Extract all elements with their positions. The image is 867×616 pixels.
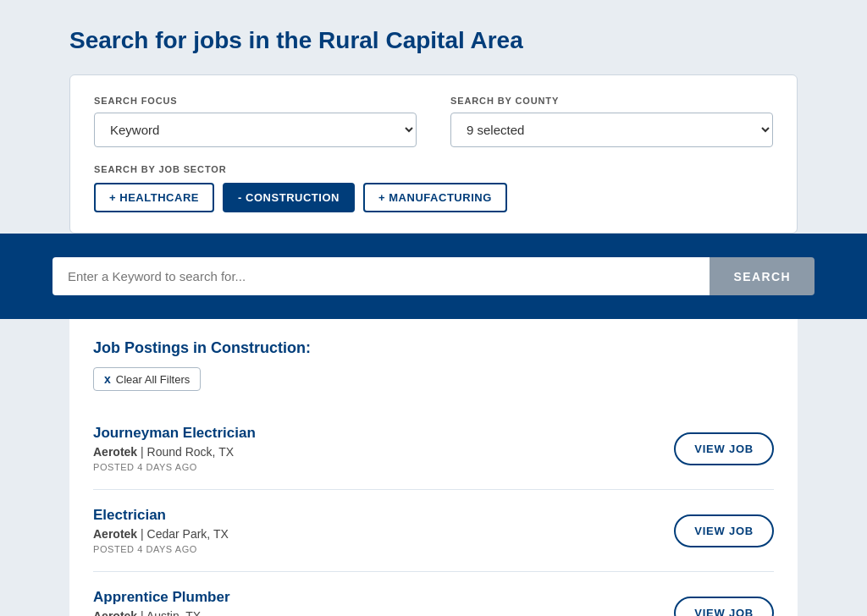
job-company: Aerotek (93, 527, 137, 541)
job-meta: Aerotek | Cedar Park, TX (93, 527, 674, 541)
sector-label: SEARCH BY JOB SECTOR (94, 164, 773, 174)
job-location: Cedar Park, TX (147, 527, 229, 541)
job-location: Austin, TX (146, 609, 201, 616)
job-meta: Aerotek | Austin, TX (93, 609, 674, 616)
job-separator: | (141, 445, 147, 459)
job-separator: | (141, 609, 146, 616)
sector-construction-button[interactable]: - CONSTRUCTION (223, 183, 355, 212)
search-card: SEARCH FOCUS Keyword Job Title Company S… (69, 74, 798, 234)
search-focus-select[interactable]: Keyword Job Title Company (94, 113, 417, 147)
page-title: Search for jobs in the Rural Capital Are… (69, 27, 798, 54)
view-job-button[interactable]: VIEW JOB (674, 514, 774, 547)
view-job-button[interactable]: VIEW JOB (674, 597, 774, 617)
job-posted: POSTED 4 DAYS AGO (93, 462, 674, 472)
job-item: Electrician Aerotek | Cedar Park, TX POS… (93, 490, 774, 572)
job-info: Apprentice Plumber Aerotek | Austin, TX … (93, 589, 674, 616)
search-focus-field: SEARCH FOCUS Keyword Job Title Company (94, 96, 417, 147)
job-title[interactable]: Journeyman Electrician (93, 425, 674, 442)
job-info: Electrician Aerotek | Cedar Park, TX POS… (93, 507, 674, 554)
search-button[interactable]: SEARCH (710, 257, 815, 295)
search-county-field: SEARCH BY COUNTY 9 selected (450, 96, 773, 147)
close-icon: x (104, 372, 111, 386)
results-heading: Job Postings in Construction: (93, 339, 774, 357)
clear-filter-label: Clear All Filters (116, 373, 190, 386)
clear-all-filters-button[interactable]: x Clear All Filters (93, 367, 201, 391)
job-info: Journeyman Electrician Aerotek | Round R… (93, 425, 674, 472)
job-meta: Aerotek | Round Rock, TX (93, 445, 674, 459)
job-item: Journeyman Electrician Aerotek | Round R… (93, 408, 774, 490)
search-focus-label: SEARCH FOCUS (94, 96, 417, 106)
search-top-row: SEARCH FOCUS Keyword Job Title Company S… (94, 96, 773, 147)
sector-row: SEARCH BY JOB SECTOR + HEALTHCARE - CONS… (94, 164, 773, 212)
sector-healthcare-button[interactable]: + HEALTHCARE (94, 183, 214, 212)
keyword-search-bar: SEARCH (0, 234, 867, 319)
job-title[interactable]: Apprentice Plumber (93, 589, 674, 606)
sector-manufacturing-button[interactable]: + MANUFACTURING (363, 183, 507, 212)
job-posted: POSTED 4 DAYS AGO (93, 544, 674, 554)
job-company: Aerotek (93, 445, 137, 459)
keyword-search-input[interactable] (52, 257, 710, 295)
search-county-label: SEARCH BY COUNTY (450, 96, 773, 106)
view-job-button[interactable]: VIEW JOB (674, 432, 774, 465)
search-county-select[interactable]: 9 selected (450, 113, 773, 147)
job-location: Round Rock, TX (147, 445, 234, 459)
sector-buttons: + HEALTHCARE - CONSTRUCTION + MANUFACTUR… (94, 183, 773, 212)
job-title[interactable]: Electrician (93, 507, 674, 524)
results-section: Job Postings in Construction: x Clear Al… (69, 319, 798, 616)
job-separator: | (141, 527, 147, 541)
job-item: Apprentice Plumber Aerotek | Austin, TX … (93, 572, 774, 616)
job-company: Aerotek (93, 609, 137, 616)
